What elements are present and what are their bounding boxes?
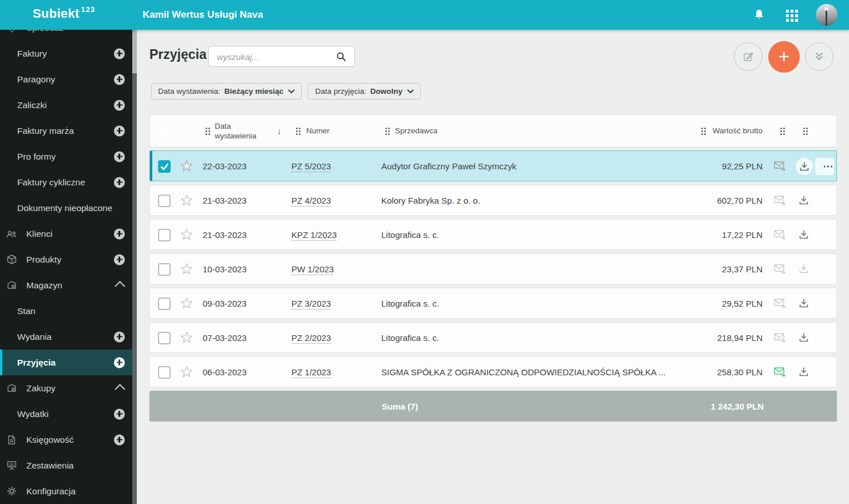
column-header-date[interactable]: Data wystawienia <box>215 121 264 141</box>
chevron-up-icon[interactable] <box>114 384 125 394</box>
sidebar-item-paragony[interactable]: Paragony <box>0 66 132 92</box>
user-avatar[interactable] <box>816 4 838 26</box>
add-circle-icon[interactable] <box>114 331 125 342</box>
star-icon[interactable] <box>180 229 193 243</box>
sidebar-item-produkty[interactable]: Produkty <box>0 247 132 272</box>
download-icon[interactable] <box>799 298 809 310</box>
column-header-seller[interactable]: Sprzedawca <box>395 126 437 135</box>
column-drag-handle[interactable] <box>701 128 703 129</box>
expand-all-button[interactable] <box>805 42 834 71</box>
document-number-link[interactable]: KPZ 1/2023 <box>291 230 337 241</box>
download-icon[interactable] <box>799 332 809 344</box>
sidebar-item-zaliczki[interactable]: Zaliczki <box>0 92 132 118</box>
add-circle-icon[interactable] <box>114 254 125 265</box>
column-header-gross[interactable]: Wartość brutto <box>713 126 763 135</box>
send-email-icon[interactable] <box>774 333 786 344</box>
filter-receipt-date[interactable]: Data przyjęcia: Dowolny <box>308 83 421 100</box>
star-icon[interactable] <box>180 195 193 208</box>
table-row[interactable]: 21-03-2023 PZ 4/2023 Kolory Fabryka Sp. … <box>149 185 837 216</box>
sidebar-item-label: Klienci <box>26 229 53 239</box>
table-row[interactable]: 09-03-2023 PZ 3/2023 Litografica s. c. 2… <box>149 288 837 319</box>
search-input[interactable] <box>216 49 333 65</box>
column-drag-handle[interactable] <box>780 128 782 129</box>
row-checkbox[interactable] <box>158 366 171 379</box>
add-circle-icon[interactable] <box>114 228 125 239</box>
add-document-button[interactable]: + <box>768 41 800 73</box>
sort-descending-icon[interactable]: ↓ <box>277 126 282 136</box>
sidebar-item-faktury[interactable]: Faktury <box>0 41 132 66</box>
download-icon[interactable] <box>799 367 809 379</box>
chevron-up-icon[interactable] <box>114 281 125 291</box>
send-email-icon[interactable] <box>774 161 786 173</box>
apps-grid-button[interactable] <box>784 7 799 22</box>
star-icon[interactable] <box>180 366 193 380</box>
sidebar-scrollbar[interactable] <box>132 30 137 504</box>
column-drag-handle[interactable] <box>206 128 207 129</box>
row-checkbox-checked[interactable] <box>158 160 171 173</box>
download-icon[interactable] <box>799 195 809 207</box>
sidebar-item-stan[interactable]: Stan <box>0 298 132 324</box>
star-icon[interactable] <box>180 332 193 346</box>
add-circle-icon[interactable] <box>114 151 125 162</box>
sidebar-item-magazyn[interactable]: Magazyn <box>0 272 132 298</box>
add-circle-icon[interactable] <box>114 100 125 110</box>
download-button[interactable] <box>796 158 813 175</box>
notifications-button[interactable] <box>752 7 767 22</box>
sidebar-item-dokumenty-nieoplacone[interactable]: Dokumenty nieopłacone <box>0 195 132 221</box>
chevron-down-icon <box>407 89 414 94</box>
sidebar-item-zestawienia[interactable]: Zestawienia <box>0 453 132 478</box>
add-circle-icon[interactable] <box>114 434 125 445</box>
email-sent-icon[interactable] <box>774 367 786 379</box>
sidebar-item-wydania[interactable]: Wydania <box>0 324 132 350</box>
more-actions-button[interactable] <box>815 158 834 175</box>
star-icon[interactable] <box>180 297 193 311</box>
search-icon[interactable] <box>336 51 346 62</box>
row-checkbox[interactable] <box>158 263 171 276</box>
sidebar-scrollbar-thumb[interactable] <box>132 30 137 73</box>
table-row[interactable]: 21-03-2023 KPZ 1/2023 Litografica s. c. … <box>149 219 837 250</box>
table-row[interactable]: 22-03-2023 PZ 5/2023 Audytor Graficzny P… <box>149 150 837 181</box>
column-drag-handle[interactable] <box>385 128 387 129</box>
row-checkbox[interactable] <box>158 332 171 344</box>
send-email-icon[interactable] <box>774 230 786 241</box>
filter-issue-date[interactable]: Data wystawienia: Bieżący miesiąc <box>151 83 302 100</box>
sidebar-item-przyjecia[interactable]: Przyjęcia <box>0 350 132 375</box>
add-circle-icon[interactable] <box>114 48 125 59</box>
row-checkbox[interactable] <box>158 229 171 241</box>
star-icon[interactable] <box>180 160 193 174</box>
table-row[interactable]: 10-03-2023 PW 1/2023 23,37 PLN <box>149 253 837 284</box>
send-email-icon[interactable] <box>774 264 786 276</box>
sidebar-item-pro-formy[interactable]: Pro formy <box>0 144 132 169</box>
add-circle-icon[interactable] <box>114 125 125 136</box>
sidebar-item-klienci[interactable]: Klienci <box>0 221 132 247</box>
table-row[interactable]: 07-03-2023 PZ 2/2023 Litografica s. c. 2… <box>149 322 837 353</box>
add-circle-icon[interactable] <box>114 177 125 188</box>
sidebar-item-ksiegowosc[interactable]: Księgowość <box>0 427 132 453</box>
column-drag-handle[interactable] <box>803 128 805 129</box>
document-number-link[interactable]: PW 1/2023 <box>291 264 334 275</box>
download-icon[interactable] <box>799 229 809 241</box>
row-checkbox[interactable] <box>158 195 171 207</box>
send-email-icon[interactable] <box>774 299 786 310</box>
sidebar-item-faktury-marza[interactable]: Faktury marża <box>0 118 132 144</box>
add-circle-icon[interactable] <box>114 74 125 85</box>
sidebar-item-faktury-cykliczne[interactable]: Faktury cykliczne <box>0 169 132 195</box>
document-number-link[interactable]: PZ 2/2023 <box>291 333 331 344</box>
document-number-link[interactable]: PZ 3/2023 <box>291 299 331 309</box>
column-header-number[interactable]: Numer <box>306 126 330 135</box>
sidebar-item-wydatki[interactable]: Wydatki <box>0 401 132 427</box>
send-email-icon[interactable] <box>774 196 786 207</box>
sidebar-item-konfiguracja[interactable]: Konfiguracja <box>0 478 132 504</box>
row-checkbox[interactable] <box>158 297 171 310</box>
document-number-link[interactable]: PZ 5/2023 <box>291 161 331 172</box>
document-number-link[interactable]: PZ 1/2023 <box>291 367 331 378</box>
app-logo[interactable]: Subiekt123 <box>33 6 93 21</box>
document-number-link[interactable]: PZ 4/2023 <box>291 196 331 207</box>
star-icon[interactable] <box>180 263 193 277</box>
edit-button[interactable] <box>734 42 763 71</box>
add-circle-icon[interactable] <box>114 408 125 419</box>
add-circle-icon[interactable] <box>114 357 125 368</box>
table-row[interactable]: 06-03-2023 PZ 1/2023 SIGMA SPÓŁKA Z OGRA… <box>149 356 837 387</box>
sidebar-item-zakupy[interactable]: Zakupy <box>0 375 132 401</box>
column-drag-handle[interactable] <box>296 128 298 129</box>
